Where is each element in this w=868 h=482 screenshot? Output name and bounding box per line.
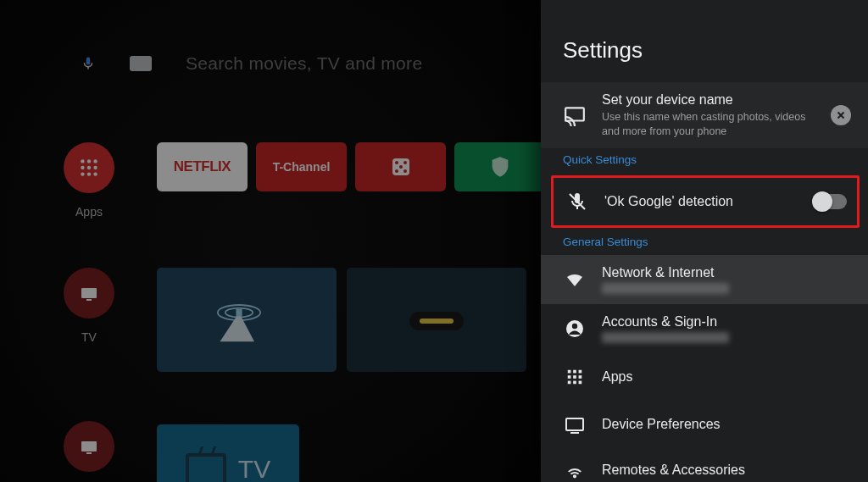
svg-point-7 (87, 172, 91, 175)
monitor-icon (563, 418, 587, 431)
row-accounts-signin[interactable]: Accounts & Sign-In (541, 304, 868, 353)
svg-point-0 (81, 159, 84, 163)
tv-circle-icon-2 (64, 421, 114, 472)
svg-point-13 (395, 169, 398, 173)
app-tile-security[interactable] (454, 142, 545, 191)
svg-rect-16 (86, 299, 92, 301)
svg-rect-15 (81, 288, 97, 298)
row-remotes-accessories[interactable]: Remotes & Accessories (541, 448, 868, 482)
rail-tv-button[interactable]: TV (64, 268, 114, 344)
svg-point-6 (81, 172, 84, 175)
accounts-label: Accounts & Sign-In (602, 314, 851, 330)
remotes-label: Remotes & Accessories (602, 463, 851, 478)
rail-apps-button[interactable]: Apps (64, 142, 114, 219)
network-sub-blurred (602, 283, 729, 294)
svg-point-10 (395, 161, 398, 164)
app-tiles: NETFLIX T-Channel (157, 142, 545, 191)
rail-label-apps: Apps (75, 205, 103, 219)
svg-point-8 (93, 172, 97, 175)
svg-point-1 (87, 159, 91, 163)
ok-google-toggle[interactable] (813, 194, 847, 209)
apps-grid-icon (64, 142, 114, 193)
row-ok-google-detection[interactable]: 'Ok Google' detection (554, 178, 857, 225)
apps-icon (563, 368, 587, 386)
row-device-preferences[interactable]: Device Preferences (541, 401, 868, 448)
rail-label-tv: TV (81, 330, 97, 344)
svg-point-3 (81, 166, 84, 169)
settings-panel: Settings Set your device name Use this n… (541, 0, 868, 482)
remote-icon (563, 461, 587, 479)
highlight-box: 'Ok Google' detection (551, 175, 860, 228)
content-tile[interactable] (157, 268, 337, 372)
app-tile-tchannel[interactable]: T-Channel (256, 142, 347, 191)
microphone-icon (81, 53, 96, 75)
account-icon (563, 319, 587, 339)
svg-point-37 (574, 475, 576, 477)
svg-point-14 (403, 169, 407, 173)
section-general-settings: General Settings (541, 230, 868, 255)
svg-rect-31 (568, 375, 571, 379)
svg-rect-33 (579, 375, 582, 379)
app-tile-netflix[interactable]: NETFLIX (157, 142, 248, 191)
network-label: Network & Internet (602, 265, 851, 280)
svg-rect-34 (568, 381, 571, 385)
ok-google-label: 'Ok Google' detection (604, 194, 798, 209)
android-tv-screen: Search movies, TV and more Apps NETFLIX … (0, 0, 868, 482)
device-prefs-label: Device Preferences (602, 417, 851, 432)
svg-point-12 (399, 165, 403, 169)
svg-point-4 (87, 166, 91, 169)
cast-icon (563, 104, 587, 126)
svg-rect-32 (573, 375, 576, 379)
svg-rect-36 (579, 381, 582, 385)
svg-rect-30 (579, 370, 582, 374)
keyboard-icon (130, 56, 152, 71)
svg-point-2 (93, 159, 97, 163)
svg-point-5 (93, 166, 97, 169)
rail-tv-button-2[interactable]: TV (64, 421, 114, 482)
apps-label: Apps (602, 369, 851, 385)
row-apps[interactable]: Apps (541, 353, 868, 401)
svg-rect-35 (573, 381, 576, 385)
content-tile-tv[interactable]: TV (157, 424, 299, 482)
mic-off-icon (565, 191, 589, 212)
svg-rect-23 (86, 452, 92, 454)
row-network-internet[interactable]: Network & Internet (541, 255, 868, 304)
svg-point-27 (572, 324, 577, 329)
svg-rect-28 (568, 370, 571, 374)
device-name-sub: Use this name when casting photos, video… (602, 110, 815, 139)
wifi-icon (563, 269, 587, 290)
svg-rect-19 (236, 308, 242, 316)
svg-rect-22 (81, 441, 97, 452)
accounts-sub-blurred (602, 332, 729, 343)
section-quick-settings: Quick Settings (541, 148, 868, 173)
tv-tile-label: TV (238, 455, 270, 483)
svg-rect-21 (420, 319, 453, 324)
svg-rect-24 (565, 108, 584, 121)
search-placeholder: Search movies, TV and more (186, 53, 422, 74)
settings-title: Settings (541, 37, 868, 82)
content-tiles (157, 268, 526, 372)
device-name-title: Set your device name (602, 92, 815, 108)
svg-rect-29 (573, 370, 576, 374)
content-tile[interactable] (347, 268, 526, 372)
tv-glyph-icon (186, 453, 226, 483)
tv-circle-icon (64, 268, 114, 319)
svg-point-11 (403, 161, 407, 164)
app-tile-game[interactable] (355, 142, 446, 191)
row-set-device-name[interactable]: Set your device name Use this name when … (541, 82, 868, 148)
close-icon[interactable] (831, 105, 851, 125)
